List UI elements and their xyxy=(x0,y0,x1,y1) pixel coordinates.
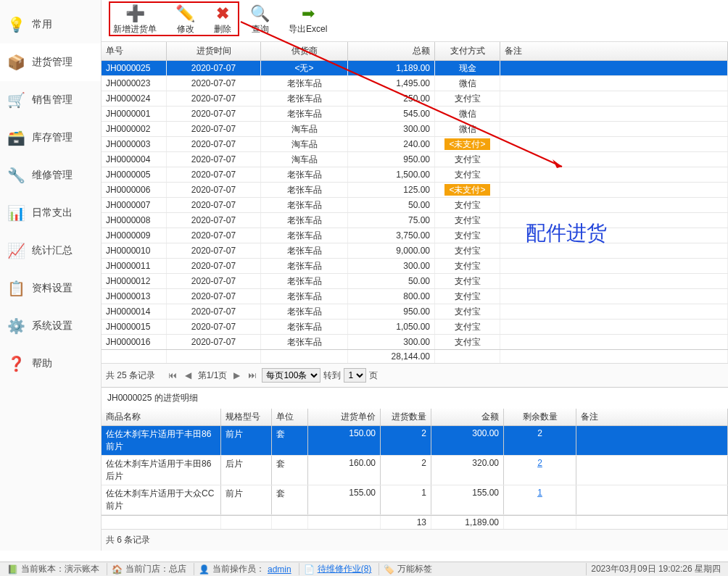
pager-total: 共 25 条记录 xyxy=(106,370,155,382)
sidebar-label: 销售管理 xyxy=(32,93,73,107)
table-row[interactable]: JH00000022020-07-07淘车品300.00微信 xyxy=(102,122,728,137)
sidebar-label: 帮助 xyxy=(32,357,52,370)
sidebar: 💡常用📦进货管理🛒销售管理🗃️库存管理🔧维修管理📊日常支出📈统计汇总📋资料设置⚙… xyxy=(0,0,102,551)
sidebar-item-1[interactable]: 📦进货管理 xyxy=(0,43,101,81)
table-row[interactable]: JH00000242020-07-07老张车品250.00支付宝 xyxy=(102,91,728,107)
pager-first[interactable]: ⏮ xyxy=(166,369,179,382)
sidebar-item-7[interactable]: 📋资料设置 xyxy=(0,270,101,307)
grid-header: 单号 进货时间 供货商 总额 支付方式 备注 xyxy=(102,42,728,61)
x-icon: ✖ xyxy=(216,6,229,22)
export-button[interactable]: ➡导出Excel xyxy=(286,4,330,37)
pager-jump[interactable]: 1 xyxy=(344,368,366,383)
sidebar-icon: 🛒 xyxy=(7,91,25,109)
pager-last[interactable]: ⏭ xyxy=(246,369,259,382)
table-row[interactable]: JH00000052020-07-07老张车品1,500.00支付宝 xyxy=(102,167,728,183)
grid-footer: 28,144.00 xyxy=(102,349,728,363)
table-row[interactable]: JH00000122020-07-07老张车品50.00支付宝 xyxy=(102,274,728,289)
sidebar-label: 进货管理 xyxy=(32,56,73,69)
sidebar-item-3[interactable]: 🗃️库存管理 xyxy=(0,119,101,156)
grid-total-amount: 28,144.00 xyxy=(348,350,435,363)
detail-header: 商品名称 规格型号 单位 进货单价 进货数量 金额 剩余数量 备注 xyxy=(102,409,728,426)
table-row[interactable]: JH00000252020-07-07<无>1,189.00现金 xyxy=(102,61,728,76)
pager: 共 25 条记录 ⏮ ◀ 第1/1页 ▶ ⏭ 每页100条 转到 1 页 xyxy=(102,363,728,387)
sidebar-icon: 📊 xyxy=(7,204,25,222)
sidebar-label: 日常支出 xyxy=(32,206,73,220)
sidebar-label: 系统设置 xyxy=(32,320,73,333)
sb-operator[interactable]: 👤 当前操作员：admin xyxy=(194,563,296,575)
edit-button[interactable]: ✏️修改 xyxy=(173,4,198,37)
table-row[interactable]: JH00000062020-07-07老张车品125.00<未支付> xyxy=(102,183,728,198)
pager-size[interactable]: 每页100条 xyxy=(262,368,320,383)
table-row[interactable]: JH00000082020-07-07老张车品75.00支付宝 xyxy=(102,213,728,228)
sidebar-icon: 🔧 xyxy=(7,167,25,184)
detail-row[interactable]: 佐佐木刹车片适用于丰田86 后片后片套160.002320.002 xyxy=(102,456,728,485)
arrow-right-icon: ➡ xyxy=(302,6,315,22)
sidebar-item-5[interactable]: 📊日常支出 xyxy=(0,194,101,232)
status-bar: 📗 当前账本：演示账本 🏠 当前门店：总店 👤 当前操作员：admin 📄 待维… xyxy=(0,562,728,576)
delete-button[interactable]: ✖删除 xyxy=(211,4,234,37)
table-row[interactable]: JH00000112020-07-07老张车品300.00支付宝 xyxy=(102,259,728,274)
pager-page: 第1/1页 xyxy=(198,370,228,382)
query-button[interactable]: 🔍查询 xyxy=(247,4,273,37)
sidebar-label: 统计汇总 xyxy=(32,244,73,257)
table-row[interactable]: JH00000032020-07-07淘车品240.00<未支付> xyxy=(102,137,728,152)
sidebar-icon: ❓ xyxy=(7,355,25,372)
sidebar-icon: 💡 xyxy=(7,16,25,33)
table-row[interactable]: JH00000162020-07-07老张车品300.00支付宝 xyxy=(102,335,728,349)
pencil-icon: ✏️ xyxy=(175,6,195,22)
sidebar-label: 资料设置 xyxy=(32,282,73,295)
table-row[interactable]: JH00000232020-07-07老张车品1,495.00微信 xyxy=(102,76,728,91)
sidebar-item-0[interactable]: 💡常用 xyxy=(0,6,101,43)
table-row[interactable]: JH00000152020-07-07老张车品1,050.00支付宝 xyxy=(102,320,728,335)
col-supplier[interactable]: 供货商 xyxy=(261,42,348,60)
grid-body[interactable]: JH00000252020-07-07<无>1,189.00现金JH000002… xyxy=(102,61,728,349)
table-row[interactable]: JH00000012020-07-07老张车品545.00微信 xyxy=(102,107,728,122)
plus-circle-icon: ➕ xyxy=(125,6,145,22)
table-row[interactable]: JH00000092020-07-07老张车品3,750.00支付宝 xyxy=(102,228,728,243)
pager-next[interactable]: ▶ xyxy=(230,369,243,382)
table-row[interactable]: JH00000132020-07-07老张车品800.00支付宝 xyxy=(102,289,728,304)
add-button[interactable]: ➕新增进货单 xyxy=(110,4,160,37)
sb-datetime: 2023年03月09日 19:02:26 星期四 xyxy=(586,563,725,575)
sidebar-item-6[interactable]: 📈统计汇总 xyxy=(0,232,101,270)
sb-labels[interactable]: 🏷️ 万能标签 xyxy=(379,563,437,575)
sidebar-item-2[interactable]: 🛒销售管理 xyxy=(0,81,101,119)
table-row[interactable]: JH00000042020-07-07淘车品950.00支付宝 xyxy=(102,152,728,167)
toolbar: ➕新增进货单 ✏️修改 ✖删除 🔍查询 ➡导出Excel xyxy=(102,0,728,42)
sidebar-item-8[interactable]: ⚙️系统设置 xyxy=(0,307,101,345)
detail-footer: 13 1,189.00 xyxy=(102,515,728,529)
sidebar-label: 常用 xyxy=(32,18,52,31)
table-row[interactable]: JH00000142020-07-07老张车品950.00支付宝 xyxy=(102,304,728,320)
magnify-icon: 🔍 xyxy=(250,6,270,22)
sb-account[interactable]: 📗 当前账本：演示账本 xyxy=(3,563,104,575)
sidebar-icon: 📦 xyxy=(7,54,25,71)
table-row[interactable]: JH00000102020-07-07老张车品9,000.00支付宝 xyxy=(102,243,728,259)
col-order[interactable]: 单号 xyxy=(102,42,167,60)
sidebar-label: 维修管理 xyxy=(32,169,73,182)
detail-row[interactable]: 佐佐木刹车片适用于大众CC 前片前片套155.001155.001 xyxy=(102,485,728,515)
sidebar-icon: ⚙️ xyxy=(7,317,25,335)
sidebar-icon: 📈 xyxy=(7,242,25,259)
detail-title: JH0000025 的进货明细 xyxy=(102,387,728,409)
sidebar-item-4[interactable]: 🔧维修管理 xyxy=(0,156,101,194)
detail-pager: 共 6 条记录 xyxy=(102,529,728,551)
pager-prev[interactable]: ◀ xyxy=(182,369,195,382)
col-payment[interactable]: 支付方式 xyxy=(435,42,500,60)
sidebar-label: 库存管理 xyxy=(32,131,73,144)
col-amount[interactable]: 总额 xyxy=(348,42,435,60)
col-note[interactable]: 备注 xyxy=(500,42,728,60)
table-row[interactable]: JH00000072020-07-07老张车品50.00支付宝 xyxy=(102,198,728,213)
sb-pending[interactable]: 📄 待维修作业(8) xyxy=(299,563,376,575)
sb-store[interactable]: 🏠 当前门店：总店 xyxy=(107,563,191,575)
sidebar-item-9[interactable]: ❓帮助 xyxy=(0,345,101,383)
detail-row[interactable]: 佐佐木刹车片适用于丰田86 前片前片套150.002300.002 xyxy=(102,426,728,456)
detail-body[interactable]: 佐佐木刹车片适用于丰田86 前片前片套150.002300.002佐佐木刹车片适… xyxy=(102,426,728,515)
col-date[interactable]: 进货时间 xyxy=(167,42,261,60)
sidebar-icon: 📋 xyxy=(7,280,25,297)
sidebar-icon: 🗃️ xyxy=(7,129,25,146)
